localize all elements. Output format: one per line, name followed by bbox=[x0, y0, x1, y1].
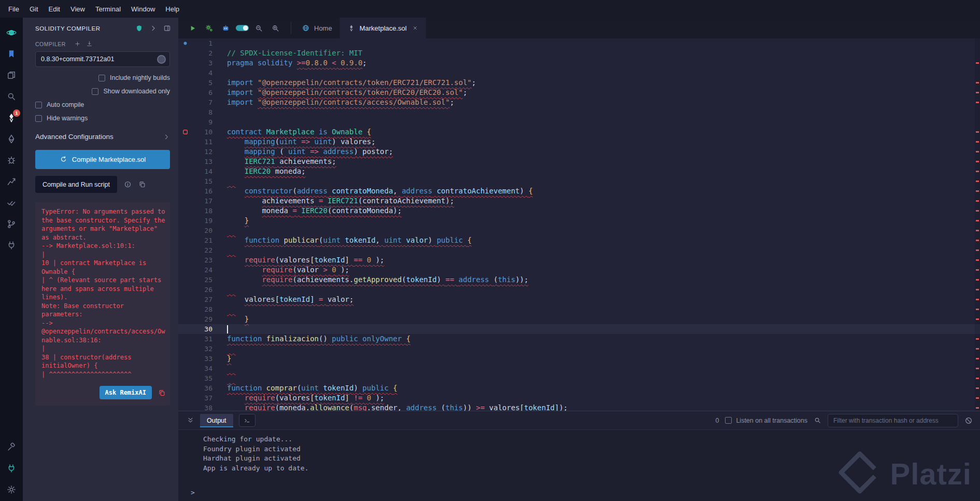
code-line[interactable]: 30 bbox=[178, 324, 980, 334]
code-line[interactable]: 12 mapping ( uint => address) postor; bbox=[178, 147, 980, 157]
menu-view[interactable]: View bbox=[65, 3, 90, 15]
code-line[interactable]: 31function finalizacion() public onlyOwn… bbox=[178, 334, 980, 344]
search-icon[interactable] bbox=[814, 416, 821, 424]
compiler-version-select[interactable]: 0.8.30+commit.73712a01 bbox=[35, 51, 170, 67]
code-line[interactable]: 20 bbox=[178, 226, 980, 235]
tab-marketplace-sol[interactable]: Marketplace.sol bbox=[340, 18, 426, 38]
listen-all-transactions[interactable]: Listen on all transactions bbox=[725, 417, 807, 424]
chevron-right-icon[interactable] bbox=[149, 24, 157, 32]
option-auto-compile[interactable]: Auto compile bbox=[23, 98, 178, 112]
code-line[interactable]: 29 } bbox=[178, 314, 980, 324]
code-line[interactable]: 18 moneda = IERC20(contratoMoneda); bbox=[178, 206, 980, 216]
code-line[interactable]: 10contract Marketplace is Ownable { bbox=[178, 127, 980, 137]
download-icon[interactable] bbox=[86, 40, 93, 47]
compile-button[interactable]: Compile Marketplace.sol bbox=[35, 150, 170, 169]
code-line[interactable]: 13 IERC721 achievements; bbox=[178, 157, 980, 166]
code-line[interactable]: 22 bbox=[178, 245, 980, 255]
code-line[interactable]: 28 bbox=[178, 304, 980, 314]
script-config-icon[interactable] bbox=[202, 21, 216, 35]
terminal-prompt[interactable]: > bbox=[178, 488, 980, 498]
code-line[interactable]: 7import "@openzeppelin/contracts/access/… bbox=[178, 98, 980, 107]
copy-error-icon[interactable] bbox=[158, 389, 166, 397]
workspaces-icon[interactable] bbox=[2, 43, 21, 64]
menu-window[interactable]: Window bbox=[126, 3, 160, 15]
ai-copilot-toggle[interactable] bbox=[235, 21, 249, 35]
code-line[interactable]: 23 require(valores[tokenId] == 0 ); bbox=[178, 255, 980, 265]
listen-checkbox[interactable] bbox=[725, 417, 732, 424]
transaction-filter-input[interactable] bbox=[828, 414, 958, 427]
shield-icon[interactable] bbox=[135, 24, 143, 32]
option-include-nightly-builds[interactable]: Include nightly builds bbox=[23, 71, 178, 85]
ban-icon[interactable] bbox=[964, 416, 973, 425]
git-icon[interactable] bbox=[2, 213, 21, 234]
breakpoint-dot[interactable] bbox=[178, 38, 192, 48]
unit-testing-icon[interactable] bbox=[2, 192, 21, 213]
code-line[interactable]: 38 require(moneda.allowance(msg.sender, … bbox=[178, 403, 980, 411]
code-line[interactable]: 1 bbox=[178, 38, 980, 48]
tools-icon[interactable] bbox=[2, 436, 21, 457]
deploy-run-icon[interactable] bbox=[2, 128, 21, 149]
info-icon[interactable] bbox=[124, 180, 132, 188]
code-line[interactable]: 36function comprar(uint tokenId) public … bbox=[178, 383, 980, 393]
chevron-double-down-icon[interactable] bbox=[187, 416, 194, 424]
menu-file[interactable]: File bbox=[3, 3, 24, 15]
compile-and-run-button[interactable]: Compile and Run script bbox=[35, 176, 117, 193]
checkbox[interactable] bbox=[98, 75, 105, 81]
checkbox[interactable] bbox=[35, 102, 42, 108]
overview-ruler[interactable] bbox=[975, 38, 980, 411]
code-line[interactable]: 34 bbox=[178, 364, 980, 373]
code-line[interactable]: 21 function publicar(uint tokenId, uint … bbox=[178, 235, 980, 245]
remix-logo[interactable] bbox=[2, 22, 21, 43]
settings-icon[interactable] bbox=[2, 479, 21, 500]
code-line[interactable]: 11 mapping(uint => uint) valores; bbox=[178, 137, 980, 147]
compiler-error-block[interactable]: TypeError: No arguments passed to the ba… bbox=[35, 202, 170, 406]
code-editor[interactable]: 12// SPDX-License-Identifier: MIT3pragma… bbox=[178, 38, 980, 411]
code-line[interactable]: 37 require(valores[tokenId] != 0 ); bbox=[178, 393, 980, 403]
code-line[interactable]: 26 bbox=[178, 285, 980, 295]
analytics-icon[interactable] bbox=[2, 171, 21, 192]
ask-remix-ai-button[interactable]: Ask RemixAI bbox=[100, 386, 152, 399]
debugger-icon[interactable] bbox=[2, 149, 21, 171]
code-line[interactable]: 6import "@openzeppelin/contracts/token/E… bbox=[178, 88, 980, 98]
terminal-icon[interactable] bbox=[239, 414, 255, 427]
code-line[interactable]: 17 achievements = IERC721(contratoAchiev… bbox=[178, 196, 980, 206]
code-line[interactable]: 9 bbox=[178, 117, 980, 127]
code-line[interactable]: 16 constructor(address contratoMoneda, a… bbox=[178, 186, 980, 196]
code-line[interactable]: 19 } bbox=[178, 216, 980, 226]
code-line[interactable]: 25 require(achievements.getApproved(toke… bbox=[178, 275, 980, 285]
option-show-downloaded-only[interactable]: Show downloaded only bbox=[23, 85, 178, 98]
advanced-configurations-row[interactable]: Advanced Configurations bbox=[23, 125, 178, 146]
terminal-output[interactable]: Checking for update...Foundry plugin act… bbox=[178, 430, 980, 501]
menu-edit[interactable]: Edit bbox=[44, 3, 65, 15]
checkbox[interactable] bbox=[35, 115, 42, 122]
code-line[interactable]: 15 bbox=[178, 176, 980, 186]
code-line[interactable]: 8 bbox=[178, 107, 980, 117]
solidity-compiler-icon[interactable]: 1 bbox=[2, 107, 21, 128]
zoom-out-icon[interactable] bbox=[252, 21, 266, 35]
code-line[interactable]: 27 valores[tokenId] = valor; bbox=[178, 295, 980, 304]
checkbox[interactable] bbox=[92, 88, 98, 95]
plugin-manager-icon[interactable] bbox=[2, 234, 21, 256]
code-line[interactable]: 24 require(valor > 0 ); bbox=[178, 265, 980, 275]
menu-help[interactable]: Help bbox=[160, 3, 184, 15]
terminal-tab-output[interactable]: Output bbox=[200, 414, 233, 427]
code-line[interactable]: 35 bbox=[178, 373, 980, 383]
plus-icon[interactable] bbox=[74, 40, 81, 47]
ai-copilot-icon[interactable] bbox=[219, 21, 233, 35]
code-line[interactable]: 33} bbox=[178, 354, 980, 364]
code-line[interactable]: 5import "@openzeppelin/contracts/token/E… bbox=[178, 78, 980, 88]
menu-terminal[interactable]: Terminal bbox=[90, 3, 126, 15]
copy-icon[interactable] bbox=[138, 180, 146, 188]
zoom-in-icon[interactable] bbox=[268, 21, 282, 35]
option-hide-warnings[interactable]: Hide warnings bbox=[23, 112, 178, 125]
code-line[interactable]: 2// SPDX-License-Identifier: MIT bbox=[178, 48, 980, 58]
tab-home[interactable]: Home bbox=[294, 18, 340, 38]
search-icon[interactable] bbox=[2, 86, 21, 107]
remixd-icon[interactable] bbox=[2, 457, 21, 479]
code-line[interactable]: 4 bbox=[178, 68, 980, 78]
close-icon[interactable] bbox=[412, 25, 418, 31]
code-line[interactable]: 3pragma solidity >=0.8.0 < 0.9.0; bbox=[178, 58, 980, 68]
play-icon[interactable] bbox=[186, 21, 200, 35]
code-line[interactable]: 32 bbox=[178, 344, 980, 354]
code-line[interactable]: 14 IERC20 moneda; bbox=[178, 166, 980, 176]
